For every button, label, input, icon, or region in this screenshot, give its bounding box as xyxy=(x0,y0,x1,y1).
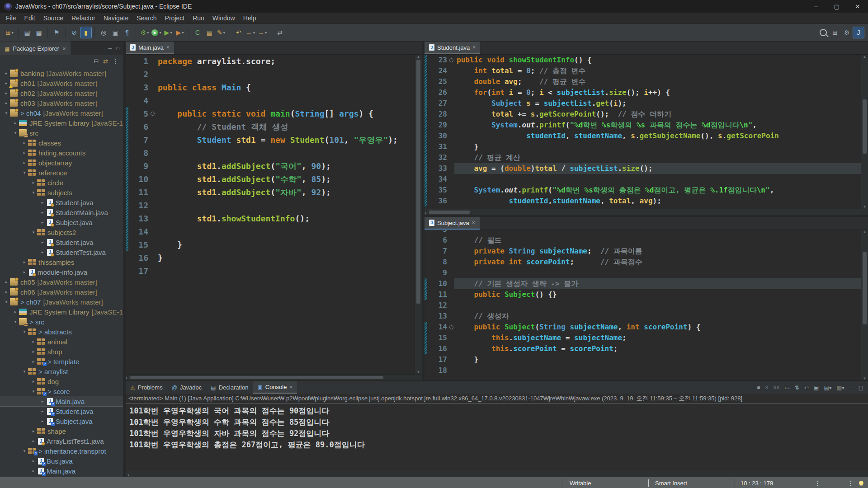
tree-item[interactable]: ▸circle xyxy=(0,178,123,188)
tree-item[interactable]: ▸JMain.java xyxy=(0,396,123,406)
close-window-button[interactable]: ✕ xyxy=(847,0,868,13)
tree-item[interactable]: ▸thissamples xyxy=(0,257,123,267)
tree-item[interactable]: ▸JMain.java xyxy=(0,466,123,476)
chevron-right-icon[interactable]: ▸ xyxy=(39,200,46,205)
chevron-right-icon[interactable]: ▸ xyxy=(39,419,46,423)
chevron-right-icon[interactable]: ▸ xyxy=(12,310,19,314)
remove-launch-icon[interactable]: × xyxy=(765,385,769,391)
chevron-right-icon[interactable]: ▸ xyxy=(21,150,28,155)
status-menu-icon[interactable]: ⋮ xyxy=(810,480,825,487)
tree-item[interactable]: ▾> src xyxy=(0,317,123,327)
open-task-icon[interactable]: ⚑ xyxy=(51,27,62,38)
chevron-right-icon[interactable]: ▸ xyxy=(21,141,28,145)
minimize-icon[interactable]: ─ xyxy=(849,385,854,391)
tree-item[interactable]: ▾subjects xyxy=(0,188,123,197)
open-perspective-icon[interactable]: ⊞ xyxy=(830,27,840,38)
menu-refactor[interactable]: Refactor xyxy=(67,14,99,23)
scrollbar-vertical-student[interactable]: ▲ ▼ xyxy=(861,55,868,209)
scroll-left-icon[interactable]: ‹ xyxy=(425,210,426,215)
scroll-down-icon[interactable]: ▼ xyxy=(863,205,867,209)
lightbulb-icon[interactable] xyxy=(859,481,863,485)
close-icon[interactable]: × xyxy=(166,44,170,51)
chevron-right-icon[interactable]: ▸ xyxy=(30,439,37,443)
line-number[interactable]: 17 xyxy=(427,354,448,365)
close-icon[interactable]: × xyxy=(62,45,66,52)
profile-icon[interactable]: ▶▾ xyxy=(175,27,185,38)
maximize-icon[interactable]: ▢ xyxy=(859,385,863,391)
chevron-right-icon[interactable]: ▸ xyxy=(39,220,46,225)
line-number[interactable]: 8 xyxy=(427,257,448,267)
tree-item[interactable]: ▸JStudentTest.java xyxy=(0,247,123,257)
debug-icon[interactable]: ⚙▾ xyxy=(139,27,150,38)
project-tree[interactable]: ▸banking[JavaWorks master]▸ch01[JavaWork… xyxy=(0,67,123,477)
tree-item[interactable]: ▾reference xyxy=(0,168,123,178)
link-with-editor-icon[interactable]: ⇄ xyxy=(103,58,108,65)
editor-subject-java[interactable]: JSubject.java× 56 // 필드7 private String … xyxy=(425,217,868,380)
line-number[interactable]: 6 xyxy=(427,235,448,246)
chevron-down-icon[interactable]: ▾ xyxy=(21,170,28,175)
clear-console-icon[interactable]: ▭ xyxy=(785,385,790,391)
tree-item[interactable]: ▸objectarray xyxy=(0,158,123,168)
maximize-view-icon[interactable]: □ xyxy=(116,46,119,51)
menu-project[interactable]: Project xyxy=(161,14,189,23)
line-number[interactable]: 29 xyxy=(427,120,448,131)
chevron-down-icon[interactable]: ▾ xyxy=(12,319,19,324)
line-number[interactable]: 10 xyxy=(128,173,150,186)
collapse-all-icon[interactable]: ⊟ xyxy=(94,58,99,65)
line-number[interactable]: 34 xyxy=(427,174,448,185)
scrollbar-vertical-main[interactable]: ▲ ▼ xyxy=(415,55,422,374)
menu-window[interactable]: Window xyxy=(208,14,239,23)
view-menu-icon[interactable]: ⋮ xyxy=(113,58,118,65)
code-area-student[interactable]: 23public void showStudentInfo() {24 int … xyxy=(425,55,861,209)
tab-declaration[interactable]: ▤Declaration xyxy=(206,381,253,394)
line-number[interactable]: 13 xyxy=(128,212,150,225)
line-number[interactable]: 7 xyxy=(427,246,448,257)
tree-item[interactable]: ▸shop xyxy=(0,347,123,357)
line-number[interactable]: 2 xyxy=(128,68,150,81)
tab-console[interactable]: ▣Console× xyxy=(253,381,297,394)
tree-item[interactable]: ▾src xyxy=(0,128,123,138)
tree-item[interactable]: ▸JSubject.java xyxy=(0,217,123,227)
line-number[interactable]: 1 xyxy=(128,55,150,68)
tree-item[interactable]: ▸Jmodule-info.java xyxy=(0,267,123,277)
tree-item[interactable]: ▸JPerson.java xyxy=(0,476,123,477)
tree-item[interactable]: ▾> ch04[JavaWorks master] xyxy=(0,108,123,118)
tree-item[interactable]: ▸animal xyxy=(0,337,123,347)
menu-source[interactable]: Source xyxy=(39,14,67,23)
tree-item[interactable]: ▸hiding.accounts xyxy=(0,148,123,158)
close-icon[interactable]: × xyxy=(472,44,476,51)
line-number[interactable]: 13 xyxy=(427,311,448,322)
tree-item[interactable]: ▸ch01[JavaWorks master] xyxy=(0,78,123,88)
line-number[interactable]: 5 xyxy=(427,230,448,235)
tree-item[interactable]: ▸ch03[JavaWorks master] xyxy=(0,98,123,108)
tab-main-java[interactable]: JMain.java× xyxy=(126,42,174,54)
chevron-down-icon[interactable]: ▾ xyxy=(21,329,28,334)
line-number[interactable]: 32 xyxy=(427,152,448,163)
tree-item[interactable]: ▸ch05[JavaWorks master] xyxy=(0,277,123,287)
line-number[interactable]: 25 xyxy=(427,76,448,87)
line-number[interactable]: 9 xyxy=(427,267,448,278)
maximize-window-button[interactable]: ▢ xyxy=(826,0,847,13)
chevron-right-icon[interactable]: ▸ xyxy=(39,399,46,404)
line-number[interactable]: 6 xyxy=(128,120,150,133)
line-number[interactable]: 14 xyxy=(128,225,150,238)
tab-package-explorer[interactable]: ▦ Package Explorer × xyxy=(0,42,71,56)
chevron-right-icon[interactable]: ▸ xyxy=(3,290,10,294)
line-number[interactable]: 11 xyxy=(427,289,448,300)
fold-marker-icon[interactable] xyxy=(448,322,454,333)
line-number[interactable]: 15 xyxy=(427,333,448,343)
tab-javadoc[interactable]: @Javadoc xyxy=(167,381,207,394)
chevron-right-icon[interactable]: ▸ xyxy=(30,339,37,344)
coverage-icon[interactable]: ▶▾ xyxy=(163,27,174,38)
editor-student-java[interactable]: JStudent.java× 23public void showStudent… xyxy=(425,42,868,217)
line-number[interactable]: 7 xyxy=(128,133,150,146)
tree-item[interactable]: ▸JStudent.java xyxy=(0,406,123,416)
menu-navigate[interactable]: Navigate xyxy=(99,14,132,23)
display-selected-console-icon[interactable]: ▤▾ xyxy=(824,385,831,391)
terminate-icon[interactable]: ■ xyxy=(757,385,760,391)
chevron-down-icon[interactable]: ▾ xyxy=(30,389,37,394)
line-number[interactable]: 17 xyxy=(128,264,150,277)
editor-main-java[interactable]: JMain.java× 1package arraylist.score;23p… xyxy=(126,42,425,380)
skip-breakpoints-icon[interactable]: ⊘ xyxy=(69,27,80,38)
debug-perspective-icon[interactable]: ⚙ xyxy=(841,27,852,38)
